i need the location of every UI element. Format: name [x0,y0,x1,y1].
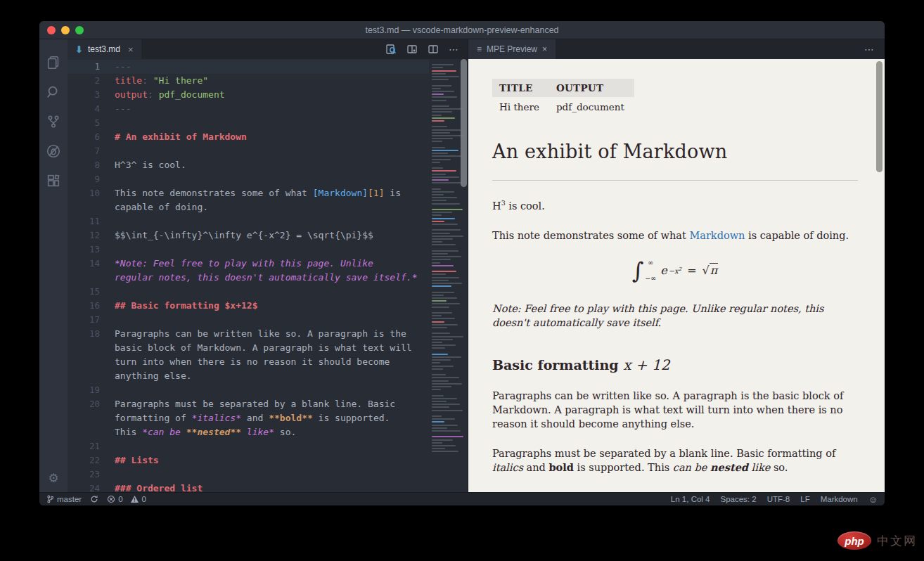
minimap-line [432,170,456,172]
title-bar[interactable]: test3.md — vscode-markdown-preview-enhan… [39,21,885,39]
code-row[interactable]: 5 [68,116,429,130]
code-row[interactable]: 12$$\int_{-\infty}^\infty e^{-x^2} = \sq… [68,228,429,243]
code-row[interactable]: 11 [68,214,429,228]
code-row[interactable]: 2title: "Hi there" [68,74,429,88]
code-row[interactable]: 7 [68,144,429,158]
line-number: 17 [68,313,100,327]
settings-gear-icon[interactable]: ⚙ [48,464,58,492]
close-window-button[interactable] [47,26,56,34]
editor-actions: ⋯ [385,39,468,59]
code-row[interactable]: 1--- [68,60,429,74]
code-token: Paragraphs can be written like so. A par… [115,328,406,339]
code-row[interactable]: 16## Basic formatting $x+12$ [68,299,429,313]
code-row[interactable]: capable of doing. [68,200,429,214]
code-line-text: regular notes, this doesn't automaticall… [100,271,417,285]
code-line-text: basic block of Markdown. A paragraph is … [100,341,412,355]
minimap-line [432,115,442,116]
code-row[interactable]: 18Paragraphs can be written like so. A p… [68,327,429,341]
minimap-line [432,132,450,134]
line-number: 20 [68,397,100,411]
code-row[interactable]: 6# An exhibit of Markdown [68,130,429,144]
zoom-window-button[interactable] [75,26,84,34]
markdown-link[interactable]: Markdown [689,230,745,241]
minimap-line [432,386,451,387]
minimap-line [432,295,444,296]
code-row[interactable]: anything else. [68,369,429,383]
git-branch-status[interactable]: master [46,495,82,503]
code-line-text [100,172,115,186]
minimap-line [432,389,441,390]
indentation[interactable]: Spaces: 2 [720,495,756,503]
code-row[interactable]: 19 [68,383,429,397]
open-preview-side-icon[interactable] [406,44,418,55]
source-control-icon[interactable] [39,107,68,136]
feedback-smiley-icon[interactable]: ☺ [868,494,878,505]
code-row[interactable]: 10This note demonstrates some of what [M… [68,186,429,200]
code-editor[interactable]: 1---2title: "Hi there"3output: pdf_docum… [68,59,429,492]
table-header-cell: TITLE [492,79,549,97]
code-row[interactable]: basic block of Markdown. A paragraph is … [68,341,429,355]
extensions-icon[interactable] [39,166,68,195]
code-line-text [100,383,115,397]
tab-test3-md[interactable]: ⬇ test3.md × [68,39,141,59]
tab-mpe-preview[interactable]: ≡ MPE Preview × [468,39,556,59]
preview-tab-close-icon[interactable]: × [542,44,547,54]
minimap-line [432,236,463,237]
eol-sequence[interactable]: LF [800,495,809,503]
preview-more-actions-icon[interactable]: ⋯ [864,39,885,59]
tab-close-icon[interactable]: × [128,44,134,55]
traffic-lights [47,26,84,34]
code-row[interactable]: 4--- [68,102,429,116]
search-icon[interactable] [39,77,68,107]
cursor-position[interactable]: Ln 1, Col 4 [671,495,710,503]
code-row[interactable]: 15 [68,285,429,299]
preview-paragraph: This note demonstrates some of what Mark… [492,228,858,243]
preview-tab-bar: ≡ MPE Preview × ⋯ [468,39,885,59]
code-row[interactable]: 21 [68,439,429,453]
code-row[interactable]: 9 [68,172,429,186]
minimap-line [432,162,440,163]
code-row[interactable]: 8H^3^ is cool. [68,158,429,172]
editor-scrollbar[interactable] [461,59,467,187]
minimap-line [432,427,447,429]
code-row[interactable]: 13 [68,243,429,257]
language-mode[interactable]: Markdown [821,495,858,503]
line-number: 4 [68,102,100,116]
minimap-line [432,141,442,142]
code-row[interactable]: 3output: pdf_document [68,88,429,102]
minimize-window-button[interactable] [61,26,70,34]
open-preview-icon[interactable] [385,44,397,55]
debug-icon[interactable] [39,136,68,166]
code-row[interactable]: 23 [68,468,429,482]
encoding[interactable]: UTF-8 [767,495,790,503]
code-row[interactable]: This *can be **nested** like* so. [68,425,429,439]
split-editor-icon[interactable] [428,44,439,55]
upper-limit: ∞ [645,259,656,266]
minimap-line [432,445,456,446]
code-row[interactable]: 24### Ordered list [68,482,429,492]
sqrt-sign: √π [702,264,719,277]
status-bar: master 0 [39,492,885,505]
text-segment: Note: Feel free to play with this page. … [492,303,823,328]
minimap-line [432,262,440,264]
code-row[interactable]: 14*Note: Feel free to play with this pag… [68,257,429,271]
line-number: 13 [68,243,100,257]
code-row[interactable]: regular notes, this doesn't automaticall… [68,271,429,285]
code-row[interactable]: 22## Lists [68,453,429,468]
minimap-line [432,442,442,444]
code-row[interactable]: 17 [68,313,429,327]
sync-status[interactable] [90,495,98,503]
explorer-icon[interactable] [39,48,68,77]
preview-scrollbar[interactable] [876,61,883,172]
minimap-line [432,191,454,193]
line-number [68,200,100,214]
minimap-line [432,108,463,110]
git-branch-icon [46,495,54,503]
more-actions-icon[interactable]: ⋯ [449,44,459,55]
problems-status[interactable]: 0 0 [107,495,146,503]
minimap-line [432,324,458,325]
code-token: like* [241,427,274,437]
code-row[interactable]: turn into when there is no reason it sho… [68,355,429,369]
code-row[interactable]: formatting of *italics* and **bold** is … [68,411,429,425]
code-row[interactable]: 20Paragraphs must be separated by a blan… [68,397,429,411]
